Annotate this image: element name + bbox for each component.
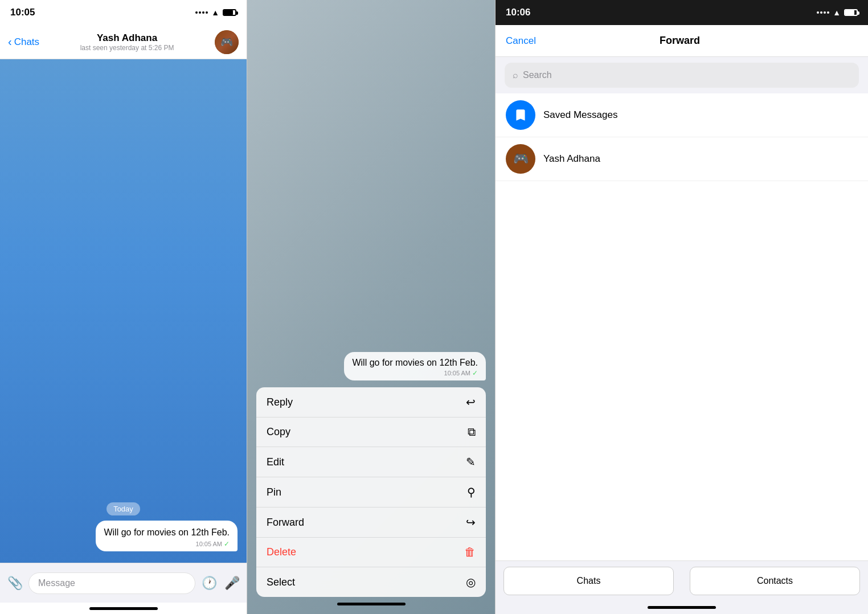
forward-title: Forward [660,35,700,47]
home-bar-3 [648,606,716,609]
context-menu: Reply ↩ Copy ⧉ Edit ✎ Pin ⚲ Forward ↪ De… [256,387,486,597]
pin-label: Pin [267,486,281,498]
home-bar-2 [337,603,406,605]
chat-subtitle: last seen yesterday at 5:26 PM [80,44,174,52]
chevron-left-icon: ‹ [8,35,12,48]
tab-contacts[interactable]: Contacts [690,567,860,595]
status-bar-2 [247,0,495,25]
reply-label: Reply [267,396,293,408]
chat-title: Yash Adhana [97,32,157,44]
contact-saved-messages[interactable]: Saved Messages [496,93,868,137]
forward-nav-bar: Cancel Forward [496,25,868,57]
context-delete[interactable]: Delete 🗑 [256,538,486,567]
home-bar [89,607,158,610]
saved-messages-avatar [506,100,535,130]
panel2-content: Will go for movies on 12th Feb. 10:05 AM… [247,352,495,614]
chat-area: Today Will go for movies on 12th Feb. 10… [0,59,247,563]
context-reply[interactable]: Reply ↩ [256,387,486,417]
status-icons-3: ▲ [817,8,858,17]
cancel-button[interactable]: Cancel [506,35,536,47]
pin-icon: ⚲ [467,485,476,499]
preview-time: 10:05 AM [444,370,470,376]
context-copy[interactable]: Copy ⧉ [256,417,486,447]
back-label[interactable]: Chats [14,36,39,48]
forward-label: Forward [267,517,304,529]
wifi-icon: ▲ [211,8,219,17]
nav-center: Yash Adhana last seen yesterday at 5:26 … [80,32,174,52]
yash-name: Yash Adhana [543,153,600,165]
copy-label: Copy [267,426,290,438]
context-menu-panel: Will go for movies on 12th Feb. 10:05 AM… [247,0,496,614]
tab-contacts-label: Contacts [757,576,793,586]
voice-icon[interactable]: 🎤 [223,574,241,592]
saved-messages-name: Saved Messages [543,109,617,121]
input-bar: 📎 Message 🕐 🎤 [0,563,247,603]
back-button[interactable]: ‹ Chats [8,35,39,48]
status-bar-1: 10:05 ▲ [0,0,247,25]
search-container: ⌕ Search [496,57,868,93]
select-label: Select [267,576,295,588]
battery-icon-3 [844,9,858,16]
edit-label: Edit [267,456,284,468]
yash-avatar: 🎮 [506,144,535,174]
search-bar[interactable]: ⌕ Search [505,63,859,88]
reply-icon: ↩ [466,395,476,409]
context-select[interactable]: Select ◎ [256,567,486,597]
sticker-icon[interactable]: 🕐 [200,574,218,592]
message-input-placeholder[interactable]: Message [28,572,195,594]
copy-icon: ⧉ [468,425,476,439]
contact-list: Saved Messages 🎮 Yash Adhana [496,93,868,560]
bottom-tabs: Chats Contacts [496,560,868,600]
wifi-icon-3: ▲ [833,8,841,17]
battery-icon [223,9,236,16]
edit-icon: ✎ [466,455,476,469]
context-pin[interactable]: Pin ⚲ [256,477,486,507]
tab-chats-label: Chats [577,576,601,586]
message-bubble[interactable]: Will go for movies on 12th Feb. 10:05 AM… [96,521,238,551]
nav-bar-chat: ‹ Chats Yash Adhana last seen yesterday … [0,25,247,59]
dots-icon-3 [817,11,829,14]
status-icons-1: ▲ [195,8,236,17]
message-time: 10:05 AM [196,541,222,547]
message-check-icon: ✓ [224,540,230,548]
context-forward[interactable]: Forward ↪ [256,507,486,538]
preview-meta: 10:05 AM ✓ [352,369,478,377]
message-meta: 10:05 AM ✓ [104,540,230,548]
search-icon: ⌕ [513,70,518,80]
home-indicator-3 [496,600,868,614]
status-time-3: 10:06 [506,7,530,18]
select-icon: ◎ [466,575,476,589]
contact-yash[interactable]: 🎮 Yash Adhana [496,137,868,181]
dots-icon [195,11,208,14]
status-time-1: 10:05 [10,7,35,18]
preview-check-icon: ✓ [472,369,478,377]
forward-panel: 10:06 ▲ Cancel Forward ⌕ Search [496,0,868,614]
home-indicator-2 [247,598,495,609]
contact-avatar[interactable]: 🎮 [215,30,239,54]
chat-panel: 10:05 ▲ ‹ Chats Yash Adhana last seen ye… [0,0,247,614]
context-edit[interactable]: Edit ✎ [256,447,486,477]
tab-chats[interactable]: Chats [503,567,674,595]
message-preview: Will go for movies on 12th Feb. 10:05 AM… [344,352,486,380]
home-indicator [0,603,247,614]
search-placeholder-text: Search [523,70,552,80]
forward-icon: ↪ [466,515,476,529]
avatar-image: 🎮 [215,30,239,54]
date-badge: Today [9,504,238,514]
message-text: Will go for movies on 12th Feb. [104,526,230,539]
input-placeholder-text: Message [38,578,75,588]
delete-label: Delete [267,546,296,558]
attachment-icon[interactable]: 📎 [6,574,24,592]
delete-icon: 🗑 [464,546,476,559]
preview-text: Will go for movies on 12th Feb. [352,358,478,368]
status-bar-3: 10:06 ▲ [496,0,868,25]
